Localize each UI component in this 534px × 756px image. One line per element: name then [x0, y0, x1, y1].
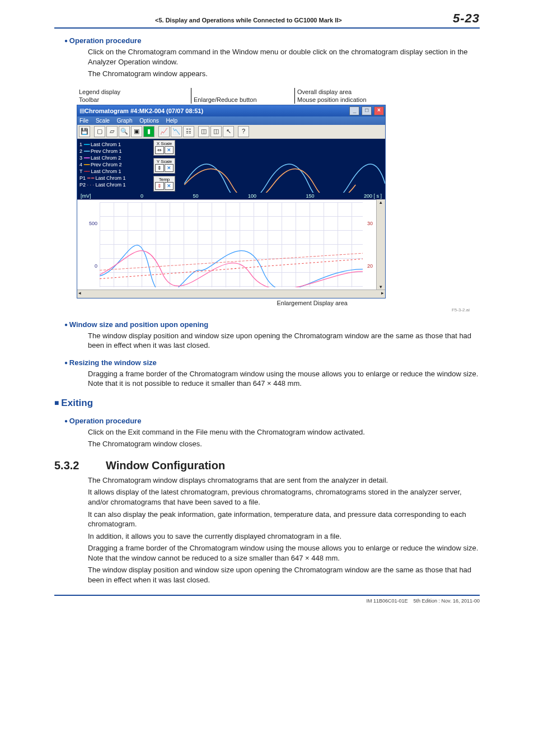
scroll-up-icon[interactable]: ▴ — [377, 199, 385, 205]
callout-legend-display: Legend display — [79, 88, 186, 96]
overall-display-area[interactable]: X Scale ⇔✕ Y Scale ⇕✕ Temp ⇕✕ — [149, 139, 385, 193]
para-532-2: It allows display of the latest chromato… — [88, 487, 480, 507]
overview-waveform — [149, 139, 385, 193]
menu-help[interactable]: Help — [166, 118, 178, 124]
legend-panel: 1 ━━ Last Chrom 1 2 ━━ Prev Chrom 1 3 ━━… — [77, 139, 149, 193]
menubar[interactable]: File Scale Graph Options Help — [77, 116, 385, 125]
heading-window-size: Window size and position upon opening — [64, 320, 480, 329]
help-icon[interactable]: ? — [238, 126, 249, 137]
tool-icon[interactable]: ▢ — [94, 126, 105, 137]
para-532-3: It can also display the peak information… — [88, 510, 480, 529]
enlargement-display-area[interactable]: 500 0 30 20 — [77, 199, 376, 290]
menu-scale[interactable]: Scale — [96, 118, 110, 124]
chromatogram-window: ▤ Chromatogram #4:MK2-004 (07/07 08:51) … — [77, 105, 386, 298]
figure-id: F5-3-2.ai — [54, 307, 470, 312]
scroll-left-icon[interactable]: ◂ — [77, 290, 82, 298]
para-532-5: Dragging a frame border of the Chromatog… — [88, 543, 480, 563]
scroll-down-icon[interactable]: ▾ — [377, 284, 385, 290]
callout-mouse-position: Mouse position indication — [297, 96, 477, 103]
scroll-right-icon[interactable]: ▸ — [380, 290, 385, 298]
y-axis: 500 0 — [77, 200, 99, 290]
close-button[interactable]: × — [374, 106, 384, 115]
header-page-number: 5-23 — [453, 11, 480, 26]
horizontal-scrollbar[interactable]: ◂ ▸ — [77, 290, 385, 298]
para-winsize: The window display position and window s… — [88, 331, 480, 351]
window-titlebar[interactable]: ▤ Chromatogram #4:MK2-004 (07/07 08:51) … — [77, 105, 385, 116]
para-op1-2: The Chromatogram window appears. — [88, 69, 480, 79]
page-footer: IM 11B06C01-01E 5th Edition : Nov. 16, 2… — [54, 595, 480, 604]
app-icon: ▤ — [79, 108, 85, 114]
window-title: Chromatogram #4:MK2-004 (07/07 08:51) — [85, 108, 349, 114]
heading-exiting: Exiting — [54, 398, 480, 409]
heading-operation-procedure-2: Operation procedure — [64, 417, 480, 425]
minimize-button[interactable]: _ — [349, 106, 359, 115]
heading-5-3-2: 5.3.2 Window Configuration — [54, 459, 480, 472]
pointer-icon[interactable]: ↖ — [223, 126, 234, 137]
heading-resize: Resizing the window size — [64, 358, 480, 367]
menu-file[interactable]: File — [79, 118, 88, 124]
save-icon[interactable]: 💾 — [79, 126, 90, 137]
vertical-scrollbar[interactable]: ▴ ▾ — [376, 199, 385, 290]
figure-callouts: Legend display Toolbar Enlarge/Reduce bu… — [77, 88, 480, 104]
tool-icon[interactable]: ▮ — [143, 126, 154, 137]
zoom-in-icon[interactable]: 🔍 — [119, 126, 130, 137]
tool-icon[interactable]: ◫ — [210, 126, 222, 137]
callout-enlarge-reduce: Enlarge/Reduce button — [194, 96, 290, 103]
figure-caption-enlarge: Enlargement Display area — [54, 300, 348, 306]
tool-icon[interactable]: ▣ — [131, 126, 142, 137]
tool-icon[interactable]: ▱ — [106, 126, 118, 137]
para-532-6: The window display position and window s… — [88, 565, 480, 585]
callout-overall-display: Overall display area — [297, 88, 477, 96]
menu-graph[interactable]: Graph — [117, 118, 133, 124]
header-chapter: <5. Display and Operations while Connect… — [54, 17, 342, 24]
heading-operation-procedure-1: Operation procedure — [64, 36, 480, 45]
para-op1-1: Click on the Chromatogram command in the… — [88, 47, 480, 67]
callout-toolbar: Toolbar — [79, 96, 186, 103]
maximize-button[interactable]: □ — [362, 106, 372, 115]
enlarge-plot — [100, 202, 363, 287]
chart-icon[interactable]: ☷ — [183, 126, 194, 137]
para-exit-1: Click on the Exit command in the File me… — [88, 427, 480, 437]
para-532-4: In addition, it allows you to save the c… — [88, 531, 480, 542]
chart-icon[interactable]: 📉 — [171, 126, 182, 137]
toolbar: 💾 ▢ ▱ 🔍 ▣ ▮ 📈 📉 ☷ ◫ ◫ ↖ ? — [77, 125, 385, 139]
para-exit-2: The Chromatogram window closes. — [88, 439, 480, 449]
right-axis: 30 20 — [364, 200, 376, 290]
menu-options[interactable]: Options — [139, 118, 158, 124]
chart-icon[interactable]: 📈 — [158, 126, 170, 137]
para-resize: Dragging a frame border of the Chromatog… — [88, 369, 480, 389]
tool-icon[interactable]: ◫ — [198, 126, 209, 137]
time-axis: [mV] 0 50 100 150 200 [ s ] — [77, 193, 385, 199]
para-532-1: The Chromatogram window displays chromat… — [88, 475, 480, 486]
